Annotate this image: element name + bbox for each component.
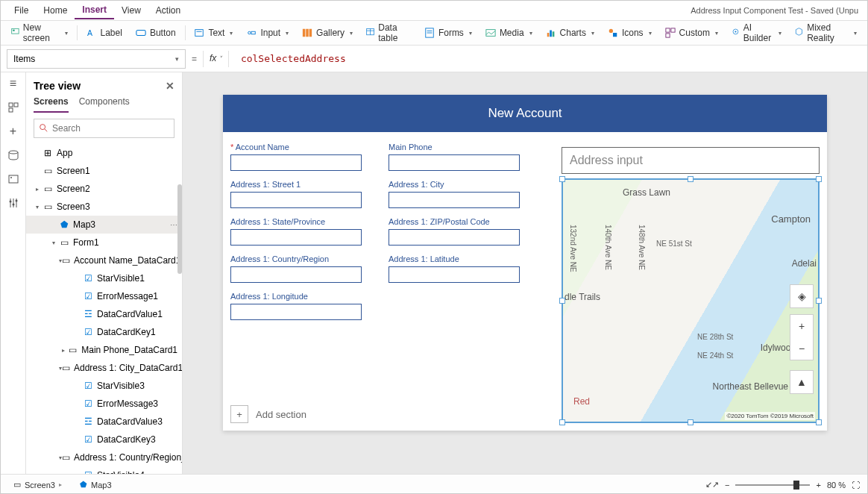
tab-screens[interactable]: Screens	[34, 96, 69, 113]
node-errormessage3[interactable]: ☑ErrorMessage3	[26, 395, 182, 413]
node-starvisible3[interactable]: ☑StarVisible3	[26, 377, 182, 395]
node-app[interactable]: ⊞App	[26, 144, 182, 162]
resize-handle[interactable]	[559, 298, 565, 304]
svg-rect-3	[136, 31, 145, 36]
text-button[interactable]: Text	[188, 25, 239, 41]
input-street[interactable]	[230, 192, 362, 208]
node-datacardvalue1[interactable]: ☲DataCardValue1	[26, 305, 182, 323]
fit-icon[interactable]: ⛶	[852, 481, 860, 490]
aibuilder-button[interactable]: AI Builder	[726, 19, 787, 46]
input-zip[interactable]	[389, 229, 520, 246]
node-screen1[interactable]: ▭Screen1	[26, 162, 182, 180]
formula-input[interactable]	[235, 49, 861, 69]
resize-handle[interactable]	[688, 419, 694, 425]
resize-handle[interactable]	[559, 419, 565, 425]
field-city: Address 1: City	[389, 180, 520, 208]
svg-rect-25	[665, 34, 669, 37]
node-city-dc[interactable]: ▾▭Address 1: City_DataCard1	[26, 359, 182, 377]
zoom-slider[interactable]	[735, 484, 810, 486]
zoom-in-icon[interactable]: +	[790, 315, 813, 337]
zoom-in-button[interactable]: +	[816, 481, 820, 490]
input-longitude[interactable]	[230, 304, 362, 320]
hamburger-icon[interactable]: ≡	[7, 77, 20, 90]
canvas[interactable]: New Account Account Name Address 1: Stre…	[183, 72, 867, 474]
tree-icon[interactable]	[7, 101, 20, 114]
insert-rail-icon[interactable]: +	[7, 125, 20, 138]
breadcrumb-screen[interactable]: ▭ Screen3 ▸	[8, 478, 67, 492]
media-rail-icon[interactable]	[7, 172, 20, 186]
node-screen2[interactable]: ▸▭Screen2	[26, 180, 182, 198]
menu-view[interactable]: View	[114, 2, 148, 19]
menu-insert[interactable]: Insert	[75, 1, 114, 19]
resize-handle[interactable]	[816, 419, 822, 425]
input-country[interactable]	[230, 266, 362, 283]
map-zoom[interactable]: +−	[790, 314, 814, 360]
scrollbar[interactable]	[177, 184, 182, 274]
node-datacardkey1[interactable]: ☑DataCardKey1	[26, 323, 182, 341]
icons-button[interactable]: Icons	[602, 25, 658, 41]
screen-icon: ▭	[43, 201, 53, 212]
more-icon[interactable]: ⋯	[170, 221, 177, 229]
node-screen3[interactable]: ▾▭Screen3	[26, 198, 182, 216]
property-dropdown[interactable]: Items ▾	[7, 49, 186, 69]
close-icon[interactable]: ✕	[166, 80, 174, 92]
tools-icon[interactable]	[7, 196, 20, 210]
node-errormessage1[interactable]: ☑ErrorMessage1	[26, 287, 182, 305]
add-section[interactable]: + Add section	[230, 405, 306, 423]
arrows-icon[interactable]: ↙↗	[705, 480, 719, 490]
resize-handle[interactable]	[559, 176, 565, 182]
custom-button[interactable]: Custom	[659, 25, 724, 41]
datacard-icon: ▭	[62, 452, 70, 463]
treeview-title: Tree view	[34, 80, 81, 92]
zoom-out-button[interactable]: −	[725, 481, 729, 490]
input-state[interactable]	[230, 229, 362, 246]
svg-rect-10	[309, 29, 312, 37]
node-accountname-dc[interactable]: ▾▭Account Name_DataCard1	[26, 251, 182, 269]
node-mainphone-dc[interactable]: ▸▭Main Phone_DataCard1	[26, 341, 182, 359]
menu-home[interactable]: Home	[36, 2, 75, 19]
button-label: Button	[150, 28, 176, 38]
resize-handle[interactable]	[688, 176, 694, 182]
resize-handle[interactable]	[816, 176, 822, 182]
button-button[interactable]: Button	[130, 25, 182, 41]
tab-components[interactable]: Components	[79, 96, 130, 113]
node-form1[interactable]: ▾▭Form1	[26, 234, 182, 251]
charts-button[interactable]: Charts	[540, 25, 600, 41]
node-starvisible4[interactable]: ☑StarVisible4	[26, 466, 182, 474]
svg-point-27	[735, 31, 736, 32]
input-button[interactable]: Input	[240, 25, 295, 41]
gallery-button[interactable]: Gallery	[296, 25, 359, 41]
field-street: Address 1: Street 1	[230, 180, 362, 208]
data-icon[interactable]	[7, 148, 20, 162]
input-latitude[interactable]	[389, 266, 520, 283]
newscreen-button[interactable]: New screen	[5, 19, 74, 46]
node-datacardkey3[interactable]: ☑DataCardKey3	[26, 431, 182, 448]
node-map3[interactable]: ⬟Map3⋯	[26, 216, 182, 234]
input-node-icon: ☲	[83, 416, 93, 427]
address-input[interactable]: Address input	[562, 147, 820, 174]
svg-point-33	[10, 177, 12, 178]
node-datacardvalue3[interactable]: ☲DataCardValue3	[26, 413, 182, 431]
menu-file[interactable]: File	[7, 2, 36, 19]
map-compass[interactable]: ◈	[790, 284, 814, 308]
zoom-control: ↙↗ − + 80 % ⛶	[705, 480, 860, 490]
map-control[interactable]: Grass Lawn Campton Adelai dle Trails Idy…	[562, 178, 820, 423]
search-input[interactable]	[34, 119, 174, 138]
zoom-out-icon[interactable]: −	[790, 337, 813, 360]
node-starvisible1[interactable]: ☑StarVisible1	[26, 269, 182, 287]
datatable-button[interactable]: Data table	[360, 19, 417, 46]
map-label: Campton	[771, 213, 811, 225]
label-button[interactable]: A Label	[81, 25, 128, 41]
resize-handle[interactable]	[816, 298, 822, 304]
map-pitch[interactable]: ▲	[790, 370, 814, 394]
node-country-dc[interactable]: ▾▭Address 1: Country/Region_DataCard	[26, 448, 182, 466]
mixedreality-button[interactable]: Mixed Reality	[789, 19, 863, 46]
breadcrumb-selected[interactable]: ⬟ Map3	[75, 478, 117, 492]
media-button[interactable]: Media	[479, 25, 538, 41]
input-mainphone[interactable]	[389, 154, 520, 171]
input-accountname[interactable]	[230, 154, 362, 171]
menu-action[interactable]: Action	[148, 2, 188, 19]
input-city[interactable]	[389, 192, 520, 208]
icons-icon	[608, 28, 618, 38]
forms-button[interactable]: Forms	[418, 25, 478, 41]
